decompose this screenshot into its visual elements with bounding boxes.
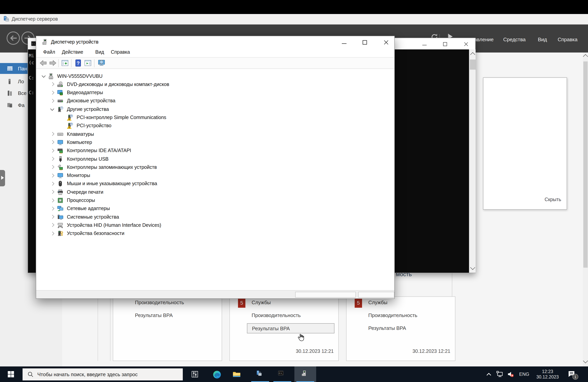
tree-row[interactable]: Контроллеры IDE ATA/ATAPI (36, 147, 394, 155)
search-input[interactable]: Чтобы начать поиск, введите здесь запрос (22, 368, 183, 381)
language-indicator[interactable]: ENG (519, 371, 529, 377)
tree-row[interactable]: Мониторы (36, 171, 394, 180)
chevron-right-icon[interactable] (50, 140, 54, 144)
tree-row[interactable]: Процессоры (36, 196, 394, 205)
tree-row[interactable]: Системные устройства (36, 213, 394, 221)
dm-maximize-button[interactable] (361, 39, 369, 45)
tile-row[interactable]: Службы (368, 299, 388, 305)
tree-node-label[interactable]: Мыши и иные указывающие устройства (67, 181, 157, 187)
tree-row[interactable]: Видеоадаптеры (36, 88, 394, 97)
taskbar-app-server-manager[interactable] (256, 370, 264, 378)
tile-row[interactable]: Службы (252, 299, 271, 305)
chevron-right-icon[interactable] (50, 232, 54, 235)
forward-icon[interactable] (49, 59, 57, 67)
tray-chevron-up-icon[interactable] (486, 372, 492, 376)
scroll-up-arrow[interactable] (583, 54, 588, 59)
dm-titlebar[interactable]: Диспетчер устройств (36, 36, 394, 48)
tree-node-label[interactable]: Клавиатуры (67, 131, 94, 137)
cmd-maximize-button[interactable] (441, 41, 449, 47)
tree-node-label[interactable]: Дисковые устройства (67, 98, 115, 104)
taskbar-app-file-explorer[interactable] (232, 370, 240, 378)
tree-row[interactable]: Контроллеры USB (36, 155, 394, 163)
tree-row[interactable]: Устройства HID (Human Interface Devices) (36, 221, 394, 230)
chevron-down-icon[interactable] (50, 107, 54, 110)
tree-row[interactable]: Очереди печати (36, 188, 394, 196)
tile-row-highlighted[interactable]: Результаты BPA (247, 323, 335, 333)
tree-row[interactable]: ?PCI-контроллер Simple Communications (36, 113, 394, 122)
tree-row[interactable]: Мыши и иные указывающие устройства (36, 180, 394, 188)
volume-muted-icon[interactable] (507, 371, 514, 378)
dm-close-button[interactable] (382, 39, 390, 45)
chevron-right-icon[interactable] (50, 91, 54, 94)
tree-row[interactable]: ?Другие устройства (36, 105, 394, 113)
tree-node-label[interactable]: Устройства безопасности (67, 231, 125, 236)
chevron-right-icon[interactable] (50, 190, 54, 194)
taskbar-clock[interactable]: 12:2330.12.2023 (534, 369, 562, 380)
chevron-right-icon[interactable] (50, 165, 54, 169)
chevron-right-icon[interactable] (50, 99, 54, 103)
tile-row[interactable]: Производительность (135, 299, 184, 305)
tree-node-label[interactable]: WIN-V5555DVVUBU (57, 73, 103, 79)
scan-hardware-icon[interactable] (98, 59, 105, 67)
tree-node-label[interactable]: Контроллеры IDE ATA/ATAPI (67, 148, 131, 153)
dm-minimize-button[interactable] (340, 39, 348, 45)
chevron-right-icon[interactable] (50, 173, 54, 177)
tree-node-label[interactable]: Контроллеры USB (67, 156, 108, 162)
cmd-minimize-button[interactable] (420, 41, 428, 47)
tree-node-label[interactable]: Системные устройства (67, 214, 119, 220)
network-icon[interactable] (496, 371, 503, 378)
tile-row[interactable]: Результаты BPA (135, 312, 173, 318)
tree-node-label[interactable]: Сетевые адаптеры (67, 206, 110, 212)
tree-row[interactable]: Устройства безопасности (36, 229, 394, 238)
tree-row[interactable]: Компьютер (36, 138, 394, 147)
chevron-right-icon[interactable] (50, 198, 54, 202)
hscroll-thumb[interactable] (295, 292, 356, 297)
cmd-scroll-up-arrow[interactable] (470, 52, 475, 57)
chevron-right-icon[interactable] (50, 215, 54, 218)
dm-menu-Действие[interactable]: Действие (62, 49, 83, 55)
chevron-right-icon[interactable] (50, 223, 54, 227)
show-console-tree-icon[interactable] (61, 59, 69, 67)
back-icon[interactable] (39, 59, 47, 67)
tree-row[interactable]: ?PCI-устройство (36, 122, 394, 130)
tile-row[interactable]: Производительность (368, 312, 417, 318)
tree-node-label[interactable]: PCI-устройство (77, 123, 111, 128)
tree-node-label[interactable]: Другие устройства (67, 106, 109, 112)
edge-panel-handle[interactable] (0, 170, 5, 186)
tree-row[interactable]: WIN-V5555DVVUBU (36, 72, 394, 80)
tree-row[interactable]: DVD-дисководы и дисководы компакт-дисков (36, 80, 394, 89)
tile-row[interactable]: Результаты BPA (368, 325, 406, 331)
cmd-scrollbar[interactable] (469, 49, 476, 273)
tree-node-label[interactable]: Видеоадаптеры (67, 90, 103, 95)
chevron-right-icon[interactable] (50, 149, 54, 152)
start-button[interactable] (8, 371, 14, 377)
action-pane-icon[interactable] (84, 59, 92, 67)
hide-button[interactable]: Скрыть (545, 197, 561, 202)
scrollbar-vertical[interactable] (583, 53, 588, 366)
hscroll-segment[interactable] (358, 292, 394, 297)
chevron-down-icon[interactable] (42, 74, 45, 77)
chevron-right-icon[interactable] (50, 132, 54, 136)
tree-node-label[interactable]: Устройства HID (Human Interface Devices) (67, 223, 161, 228)
cmd-close-button[interactable] (462, 41, 470, 47)
tree-node-label[interactable]: Контроллеры запоминающих устройств (67, 165, 157, 170)
back-button[interactable] (7, 32, 20, 45)
dm-menu-Файл[interactable]: Файл (43, 49, 55, 55)
tree-row[interactable]: Контроллеры запоминающих устройств (36, 163, 394, 171)
cmd-scroll-thumb[interactable] (470, 60, 476, 70)
chevron-right-icon[interactable] (50, 157, 54, 160)
tree-node-label[interactable]: Мониторы (67, 173, 90, 178)
taskbar-app-device-manager[interactable] (301, 370, 309, 378)
tree-node-label[interactable]: PCI-контроллер Simple Communications (77, 115, 166, 120)
sm-menu-Вид[interactable]: Вид (538, 37, 547, 42)
chevron-right-icon[interactable] (50, 182, 54, 185)
help-icon[interactable]: ? (74, 59, 82, 67)
tree-node-label[interactable]: DVD-дисководы и дисководы компакт-дисков (67, 82, 169, 87)
tree-node-label[interactable]: Процессоры (67, 198, 95, 203)
chevron-right-icon[interactable] (50, 83, 54, 86)
tile-row[interactable]: Производительность (252, 312, 301, 318)
taskbar-app-edge[interactable] (213, 370, 221, 378)
task-view-button[interactable] (191, 371, 198, 378)
sm-menu-Средства[interactable]: Средства (503, 37, 525, 42)
scroll-down-arrow[interactable] (583, 358, 588, 363)
